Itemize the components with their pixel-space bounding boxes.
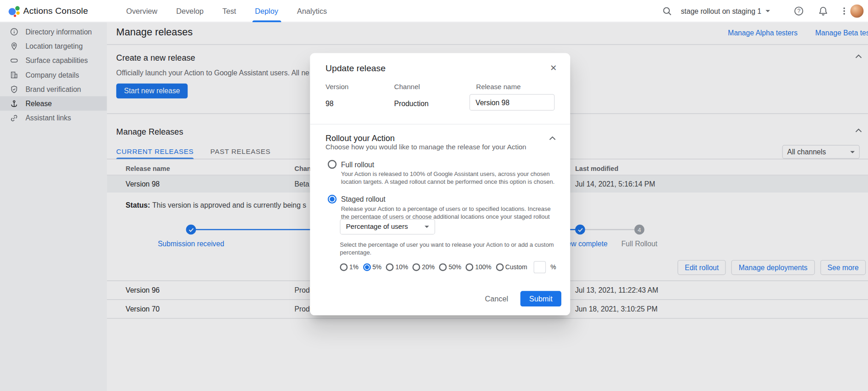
active-tab-underline — [252, 21, 281, 23]
project-selector-value: stage rollout on staging 1 — [681, 7, 761, 15]
radio-unselected-icon — [466, 263, 474, 271]
radio-selected-icon — [328, 195, 337, 204]
more-options-kebab-icon[interactable] — [839, 6, 849, 16]
tab-analytics-label: Analytics — [297, 7, 327, 15]
release-name-label: Release name — [476, 83, 521, 91]
notifications-bell-icon[interactable] — [818, 6, 828, 16]
percent-option-label: Custom — [505, 264, 527, 270]
percent-option-label: 1% — [349, 264, 359, 270]
tab-overview[interactable]: Overview — [126, 0, 158, 22]
rollout-section-subtitle: Choose how you would like to manage the … — [326, 143, 526, 151]
chevron-down-icon — [766, 10, 771, 12]
project-selector[interactable]: stage rollout on staging 1 — [681, 0, 770, 22]
rollout-method-value: Percentage of users — [346, 223, 408, 231]
version-value: 98 — [326, 100, 333, 108]
channel-value: Production — [394, 100, 428, 108]
full-rollout-label: Full rollout — [341, 160, 374, 169]
percent-option-50[interactable]: 50% — [439, 263, 461, 271]
submit-button[interactable]: Submit — [520, 291, 561, 306]
custom-percentage-input[interactable] — [534, 261, 546, 273]
tab-test-label: Test — [223, 7, 236, 15]
user-avatar[interactable] — [850, 5, 863, 18]
dialog-title: Update release — [326, 63, 386, 74]
percent-option-1[interactable]: 1% — [340, 263, 358, 271]
percent-option-label: 100% — [475, 264, 491, 270]
radio-unselected-icon — [412, 263, 420, 271]
release-name-input[interactable] — [469, 94, 554, 111]
percent-option-custom[interactable]: Custom — [496, 263, 527, 271]
percent-option-100[interactable]: 100% — [466, 263, 491, 271]
top-nav: Overview Develop Test Deploy Analytics — [126, 0, 327, 22]
percent-option-5[interactable]: 5% — [363, 263, 381, 271]
tab-test[interactable]: Test — [223, 0, 236, 22]
collapse-rollout-section-icon[interactable] — [549, 136, 555, 141]
svg-text:?: ? — [797, 8, 800, 14]
actions-console-app: Manage releases Manage Alpha testers Man… — [0, 0, 868, 391]
app-title: Actions Console — [23, 6, 88, 16]
staged-rollout-option[interactable]: Staged rollout — [328, 195, 386, 204]
tab-deploy[interactable]: Deploy — [255, 0, 279, 22]
tab-analytics[interactable]: Analytics — [297, 0, 327, 22]
percent-option-label: 20% — [422, 264, 435, 270]
full-rollout-description: Your Action is released to 100% of Googl… — [341, 170, 559, 186]
staged-rollout-label: Staged rollout — [341, 195, 386, 203]
actions-console-logo — [6, 4, 21, 18]
rollout-section-title: Rollout your Action — [326, 133, 395, 142]
help-icon[interactable]: ? — [794, 6, 804, 16]
tab-develop[interactable]: Develop — [176, 0, 204, 22]
tab-overview-label: Overview — [126, 7, 158, 15]
radio-unselected-icon — [496, 263, 504, 271]
cancel-button[interactable]: Cancel — [485, 295, 508, 303]
radio-selected-icon — [363, 263, 371, 271]
full-rollout-option[interactable]: Full rollout — [328, 160, 374, 169]
search-icon[interactable] — [662, 6, 672, 16]
close-icon[interactable]: ✕ — [550, 63, 557, 73]
app-header: Actions Console Overview Develop Test De… — [0, 0, 868, 22]
radio-unselected-icon — [439, 263, 447, 271]
percent-option-20[interactable]: 20% — [412, 263, 434, 271]
channel-label: Channel — [394, 83, 420, 91]
percentage-hint: Select the percentage of user you want t… — [340, 241, 558, 256]
divider — [310, 124, 570, 125]
percentage-options: 1% 5% 10% 20% 50% 100% Custom % — [340, 261, 556, 273]
radio-unselected-icon — [340, 263, 348, 271]
percent-option-label: 10% — [395, 264, 408, 270]
percent-suffix: % — [550, 264, 556, 270]
radio-unselected-icon — [386, 263, 394, 271]
percent-option-10[interactable]: 10% — [386, 263, 408, 271]
percent-option-label: 50% — [449, 264, 462, 270]
tab-develop-label: Develop — [176, 7, 204, 15]
rollout-method-select[interactable]: Percentage of users — [340, 219, 435, 235]
radio-unselected-icon — [328, 160, 337, 169]
tab-deploy-label: Deploy — [255, 7, 279, 15]
percent-option-label: 5% — [372, 264, 382, 270]
update-release-dialog: Update release ✕ Version Channel Release… — [310, 53, 570, 316]
chevron-down-icon — [425, 226, 429, 228]
version-label: Version — [326, 83, 348, 91]
